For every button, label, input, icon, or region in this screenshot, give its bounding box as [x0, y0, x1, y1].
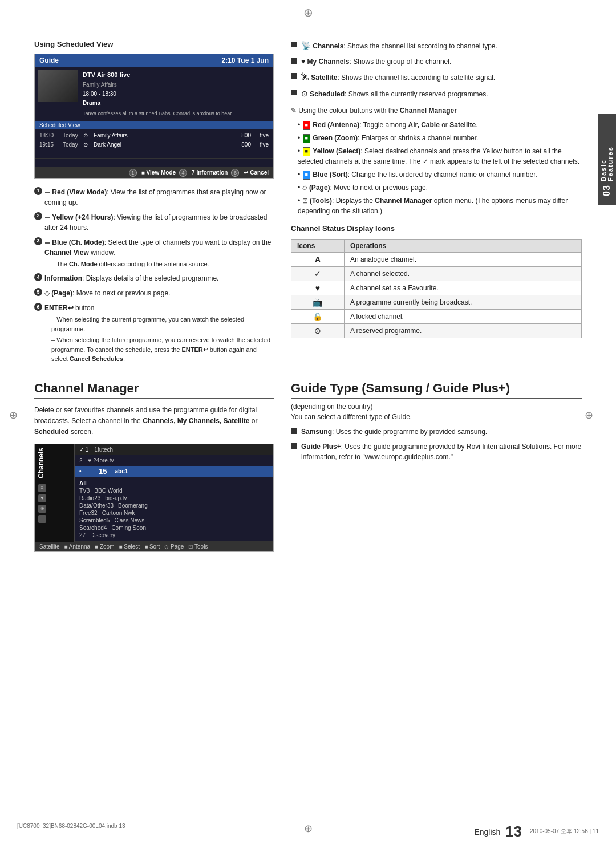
- guide-type-section: Guide Type (Samsung / Guide Plus+) (depe…: [291, 381, 582, 552]
- footer-right: English 13 2010-05-07 오후 12:56 | 11: [474, 823, 599, 841]
- ch-footer: Satellite ■ Antenna ■ Zoom ■ Select ■ So…: [35, 542, 273, 551]
- ch-main: ✓ 1 1futech 2 ♥ 24ore.tv • 15 abc1: [75, 444, 273, 542]
- cat-free[interactable]: Free32Cartoon Nwk: [79, 509, 269, 517]
- guide-row[interactable]: 19:15 Today ⊙ Dark Angel 800 five: [35, 140, 273, 149]
- ch-header2: 2 ♥ 24ore.tv: [75, 455, 273, 466]
- bottom-crosshair-icon: ⊕: [304, 822, 313, 835]
- icon-cell: ♥: [291, 281, 345, 295]
- guide-rows: 18:30 Today ⊙ Family Affairs 800 five 19…: [35, 131, 273, 167]
- col-operations: Operations: [344, 240, 581, 253]
- status-row: ✓ A channel selected.: [291, 267, 582, 281]
- page-number: 13: [505, 823, 522, 841]
- colour-item-yellow: • ■ Yellow (Select): Select desired chan…: [291, 146, 582, 167]
- list-item-3: 3 Blue (Ch. Mode): Select the type of ch…: [34, 237, 274, 269]
- sub-item-6b: When selecting the future programme, you…: [51, 335, 274, 364]
- guide-type-list: Samsung: Uses the guide programme by pro…: [291, 427, 582, 462]
- colour-item-red: • ■ Red (Antenna): Toggle among Air, Cab…: [291, 120, 582, 130]
- channel-manager-title: Channel Manager: [34, 381, 274, 399]
- op-cell: A programme currently being broadcast.: [344, 295, 581, 310]
- bullet-samsung: Samsung: Uses the guide programme by pro…: [291, 427, 582, 437]
- program-time: 18:00 - 18:30: [83, 90, 270, 99]
- guide-header: Guide 2:10 Tue 1 Jun: [35, 54, 273, 67]
- ch-sidebar-item[interactable]: ☰: [37, 514, 72, 524]
- numbered-list: 1 Red (View Mode): View the list of prog…: [34, 187, 274, 364]
- right-crosshair-icon: ⊕: [585, 409, 593, 421]
- colour-item-page: • ◇ (Page): Move to next or previous pag…: [291, 182, 582, 193]
- status-row: ⊙ A reserved programme.: [291, 324, 582, 338]
- status-row: ♥ A channel set as a Favourite.: [291, 281, 582, 295]
- colour-item-green: • ■ Green (Zoom): Enlarges or shrinks a …: [291, 133, 582, 143]
- ch-sidebar-item[interactable]: ♥: [37, 493, 72, 504]
- english-label: English: [474, 827, 500, 837]
- ch-icon-scheduled: ⊙: [38, 505, 46, 513]
- status-row: 🔒 A locked channel.: [291, 310, 582, 324]
- ch-icon-heart: ♥: [38, 494, 46, 502]
- guide-title: Guide: [39, 56, 59, 64]
- right-top-col: 📡 Channels: Shows the channel list accor…: [291, 40, 582, 368]
- list-item-1: 1 Red (View Mode): View the list of prog…: [34, 187, 274, 208]
- op-cell: A reserved programme.: [344, 324, 581, 338]
- scheduled-view-heading: Using Scheduled View: [34, 40, 274, 50]
- col-icons: Icons: [291, 240, 345, 253]
- cat-extra[interactable]: 27Discovery: [79, 532, 269, 539]
- bullet-scheduled: ⊙ Scheduled: Shows all the currently res…: [291, 88, 582, 100]
- guide-box: Guide 2:10 Tue 1 Jun DTV Air 800 five Fa…: [34, 54, 274, 179]
- cat-scrambled[interactable]: Scrambled5Class News: [79, 517, 269, 524]
- cat-searched[interactable]: Searched4Coming Soon: [79, 524, 269, 532]
- footer-satellite: Satellite: [39, 543, 60, 550]
- chapter-number: 03: [602, 185, 612, 196]
- list-item-5: 5 ◇ (Page): Move to next or previous pag…: [34, 288, 274, 298]
- ch-sidebar-title: Channels: [37, 448, 45, 478]
- ch-selected-row[interactable]: • 15 abc1: [75, 466, 273, 477]
- ch-icon-menu: ☰: [38, 515, 46, 523]
- list-item-4: 4 Information: Displays details of the s…: [34, 273, 274, 283]
- status-row: A An analogue channel.: [291, 253, 582, 267]
- channel-manager-box: Channels ≡ ♥ ⊙ ☰: [34, 444, 274, 552]
- colour-item-blue: • ■ Blue (Sort): Change the list ordered…: [291, 169, 582, 180]
- guide-time: 2:10 Tue 1 Jun: [222, 56, 269, 64]
- ch-manager-inner: Channels ≡ ♥ ⊙ ☰: [35, 444, 273, 542]
- ch-icon-all: ≡: [38, 484, 46, 492]
- bullet-mychannels: ♥ My Channels: Shows the group of the ch…: [291, 56, 582, 67]
- cat-all[interactable]: All: [79, 480, 269, 487]
- colour-button-list: • ■ Red (Antenna): Toggle among Air, Cab…: [291, 120, 582, 216]
- bullet-icon: [291, 90, 297, 95]
- icon-cell: A: [291, 253, 345, 267]
- op-cell: An analogue channel.: [344, 253, 581, 267]
- op-cell: A channel set as a Favourite.: [344, 281, 581, 295]
- icon-cell: ✓: [291, 267, 345, 281]
- bullet-guideplus: Guide Plus+: Uses the guide programme pr…: [291, 441, 582, 462]
- program-subtitle: Family Affairs: [83, 80, 270, 90]
- guide-row[interactable]: 18:30 Today ⊙ Family Affairs 800 five: [35, 131, 273, 140]
- guide-type-subtitle: (depending on the country): [291, 403, 582, 411]
- sub-item: The Ch. Mode differs according to the an…: [51, 259, 274, 269]
- bullet-satellite: 🛰 Satellite: Shows the channel list acco…: [291, 71, 582, 83]
- channel-bullet-list: 📡 Channels: Shows the channel list accor…: [291, 40, 582, 100]
- guide-row-empty: [35, 158, 273, 167]
- bullet-icon: [291, 443, 297, 449]
- channel-manager-desc: Delete or set favourites channels and us…: [34, 405, 274, 438]
- page-container: ⊕ ⊕ ⊕ 03 Basic Features Using Scheduled …: [0, 0, 616, 852]
- channel-status-section: Channel Status Display Icons Icons Opera…: [291, 224, 582, 338]
- ch-sidebar-item[interactable]: ≡: [37, 483, 72, 493]
- cat-radio[interactable]: Radio23bid-up.tv: [79, 494, 269, 502]
- program-desc: Tanya confesses all to a stunned Babs. C…: [83, 109, 270, 117]
- channel-status-heading: Channel Status Display Icons: [291, 224, 582, 234]
- guide-type-title: Guide Type (Samsung / Guide Plus+): [291, 381, 582, 399]
- bullet-icon: [291, 73, 297, 79]
- guide-type-desc: You can select a different type of Guide…: [291, 413, 582, 421]
- cat-data[interactable]: Data/Other33Boomerang: [79, 502, 269, 509]
- ch-sidebar-item[interactable]: ⊙: [37, 504, 72, 514]
- ch-header: ✓ 1 1futech: [75, 444, 273, 455]
- status-row: 📺 A programme currently being broadcast.: [291, 295, 582, 310]
- status-table: Icons Operations A An analogue channel. …: [291, 239, 582, 338]
- left-crosshair-icon: ⊕: [9, 409, 18, 421]
- cat-tv[interactable]: TV3BBC World: [79, 487, 269, 494]
- icon-cell: 📺: [291, 295, 345, 310]
- list-item-6: 6 ENTER↩ button When selecting the curre…: [34, 303, 274, 364]
- ch-categories: All TV3BBC World Radio23bid-up.tv Data/O…: [75, 477, 273, 542]
- chapter-tab: 03 Basic Features: [598, 114, 616, 205]
- guide-info: DTV Air 800 five Family Affairs 18:00 - …: [83, 70, 270, 117]
- footer-annotations: 1 ■ View Mode 4 7 Information 6 ↩ Cancel: [129, 169, 269, 177]
- scheduled-label: Scheduled View: [35, 121, 273, 129]
